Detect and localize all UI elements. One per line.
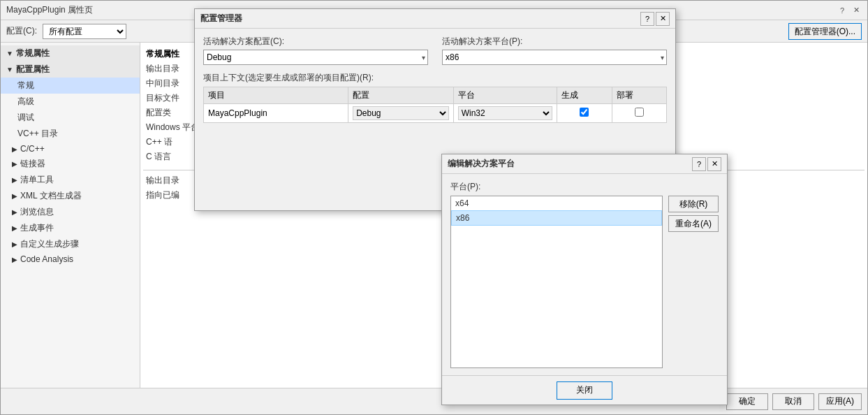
row-platform-select[interactable]: Win32 — [458, 106, 552, 120]
config-table-row: MayaCppPlugin Debug Win32 — [204, 104, 667, 123]
sidebar-group-code-analysis-label: Code Analysis — [20, 254, 73, 264]
edit-platform-help-button[interactable]: ? — [692, 157, 706, 171]
sidebar-group-build-events[interactable]: ▶ 生成事件 — [1, 220, 140, 236]
build-cell[interactable] — [557, 104, 612, 123]
active-platform-label: 活动解决方案平台(P): — [442, 36, 667, 48]
remove-button[interactable]: 移除(R) — [668, 196, 719, 212]
bottom-bar: 确定 取消 应用(A) — [1, 388, 867, 414]
rename-button[interactable]: 重命名(A) — [668, 215, 719, 232]
edit-platform-dialog: 编辑解决方案平台 ? ✕ 平台(P): x64 x86 移除(R) 重命名(A)… — [441, 154, 728, 405]
platform-item-x64[interactable]: x64 — [451, 196, 662, 210]
custom-build-arrow: ▶ — [12, 240, 17, 248]
edit-platform-close-button[interactable]: ✕ — [707, 157, 721, 171]
col-header-deploy: 部署 — [612, 87, 666, 104]
sidebar-group-linker[interactable]: ▶ 链接器 — [1, 156, 140, 172]
config-manager-help-button[interactable]: ? — [640, 12, 654, 26]
edit-platform-close-btn[interactable]: 关闭 — [557, 381, 612, 400]
sidebar-group-code-analysis[interactable]: ▶ Code Analysis — [1, 252, 140, 266]
config-table-label: 项目上下文(选定要生成或部署的项目配置)(R): — [203, 72, 667, 84]
config-select[interactable]: 所有配置 — [43, 24, 126, 39]
platform-list-label: 平台(P): — [450, 181, 719, 193]
cpp-arrow: ▶ — [12, 145, 17, 153]
active-platform-field: 活动解决方案平台(P): x86 — [442, 36, 667, 65]
sidebar-section-changui[interactable]: ▼ 常规属性 — [1, 45, 140, 61]
row-config-select[interactable]: Debug — [353, 106, 449, 120]
sidebar-group-xml-label: XML 文档生成器 — [20, 190, 82, 202]
edit-platform-title: 编辑解决方案平台 — [448, 158, 515, 170]
sidebar-item-vc-dir[interactable]: VC++ 目录 — [1, 126, 140, 142]
config-manager-titlebar: 配置管理器 ? ✕ — [195, 9, 675, 29]
deploy-cell[interactable] — [612, 104, 666, 123]
edit-platform-close-bar: 关闭 — [442, 375, 727, 405]
platform-cell[interactable]: Win32 — [453, 104, 557, 123]
sidebar-group-manifest-label: 清单工具 — [20, 174, 54, 186]
edit-platform-titlebar-btns: ? ✕ — [692, 157, 721, 171]
config-manager-title: 配置管理器 — [200, 13, 242, 24]
sidebar-group-cpp-label: C/C++ — [20, 144, 45, 154]
sidebar-section-config-label: 配置属性 — [16, 64, 50, 75]
config-manager-titlebar-btns: ? ✕ — [640, 12, 670, 26]
col-header-config: 配置 — [348, 87, 454, 104]
sidebar-group-browse-label: 浏览信息 — [20, 206, 54, 218]
active-platform-select[interactable]: x86 — [442, 50, 667, 65]
main-help-button[interactable]: ? — [837, 5, 848, 16]
sidebar-item-advanced[interactable]: 高级 — [1, 94, 140, 110]
edit-platform-titlebar: 编辑解决方案平台 ? ✕ — [442, 154, 727, 174]
main-title: MayaCppPlugin 属性页 — [6, 4, 93, 16]
platform-list-container: x64 x86 移除(R) 重命名(A) — [450, 196, 719, 368]
sidebar-group-linker-label: 链接器 — [20, 158, 45, 170]
active-platform-wrapper: x86 — [442, 50, 667, 65]
main-close-button[interactable]: ✕ — [851, 5, 862, 16]
platform-action-buttons: 移除(R) 重命名(A) — [668, 196, 719, 368]
browse-arrow: ▶ — [12, 208, 17, 216]
edit-platform-body: 平台(P): x64 x86 移除(R) 重命名(A) — [442, 174, 727, 375]
sidebar-item-debug[interactable]: 调试 — [1, 110, 140, 126]
config-manager-close-button[interactable]: ✕ — [656, 12, 670, 26]
linker-arrow: ▶ — [12, 160, 17, 168]
xml-arrow: ▶ — [12, 192, 17, 200]
config-manager-body: 活动解决方案配置(C): Debug 活动解决方案平台(P): x86 项目上下… — [195, 29, 675, 130]
config-table: 项目 配置 平台 生成 部署 MayaCppPlugin Debug — [203, 87, 667, 123]
col-header-project: 项目 — [204, 87, 348, 104]
sidebar-section-changui-label: 常规属性 — [16, 48, 50, 59]
sidebar-group-browse[interactable]: ▶ 浏览信息 — [1, 204, 140, 220]
sidebar-group-build-events-label: 生成事件 — [20, 222, 54, 234]
config-arrow: ▼ — [6, 66, 13, 73]
config-label: 配置(C): — [6, 25, 37, 37]
col-header-build: 生成 — [557, 87, 612, 104]
config-cell[interactable]: Debug — [348, 104, 454, 123]
active-config-field: 活动解决方案配置(C): Debug — [203, 36, 428, 65]
sidebar: ▼ 常规属性 ▼ 配置属性 常规 高级 调试 VC++ 目录 ▶ C/C++ ▶… — [1, 43, 140, 389]
code-analysis-arrow: ▶ — [12, 256, 17, 263]
active-config-wrapper: Debug — [203, 50, 428, 65]
col-header-platform: 平台 — [453, 87, 557, 104]
deploy-checkbox[interactable] — [635, 108, 644, 117]
active-config-label: 活动解决方案配置(C): — [203, 36, 428, 48]
sidebar-item-changgui[interactable]: 常规 — [1, 78, 140, 94]
config-manager-button[interactable]: 配置管理器(O)... — [788, 23, 862, 40]
main-window-buttons: ? ✕ — [837, 5, 862, 16]
build-checkbox[interactable] — [580, 108, 589, 117]
sidebar-group-custom-build-label: 自定义生成步骤 — [20, 238, 79, 250]
active-config-select[interactable]: Debug — [203, 50, 428, 65]
sidebar-group-manifest[interactable]: ▶ 清单工具 — [1, 172, 140, 188]
sidebar-section-config[interactable]: ▼ 配置属性 — [1, 61, 140, 78]
ok-button[interactable]: 确定 — [726, 393, 768, 410]
platform-list: x64 x86 — [450, 196, 663, 368]
config-manager-top-row: 活动解决方案配置(C): Debug 活动解决方案平台(P): x86 — [203, 36, 667, 65]
apply-button[interactable]: 应用(A) — [818, 393, 862, 410]
sidebar-group-cpp[interactable]: ▶ C/C++ — [1, 142, 140, 156]
sidebar-group-custom-build[interactable]: ▶ 自定义生成步骤 — [1, 236, 140, 252]
manifest-arrow: ▶ — [12, 176, 17, 184]
sidebar-group-xml[interactable]: ▶ XML 文档生成器 — [1, 188, 140, 204]
build-events-arrow: ▶ — [12, 224, 17, 232]
project-cell: MayaCppPlugin — [204, 104, 348, 123]
cancel-button[interactable]: 取消 — [772, 393, 814, 410]
platform-item-x86[interactable]: x86 — [451, 210, 662, 226]
changui-arrow: ▼ — [6, 50, 13, 57]
